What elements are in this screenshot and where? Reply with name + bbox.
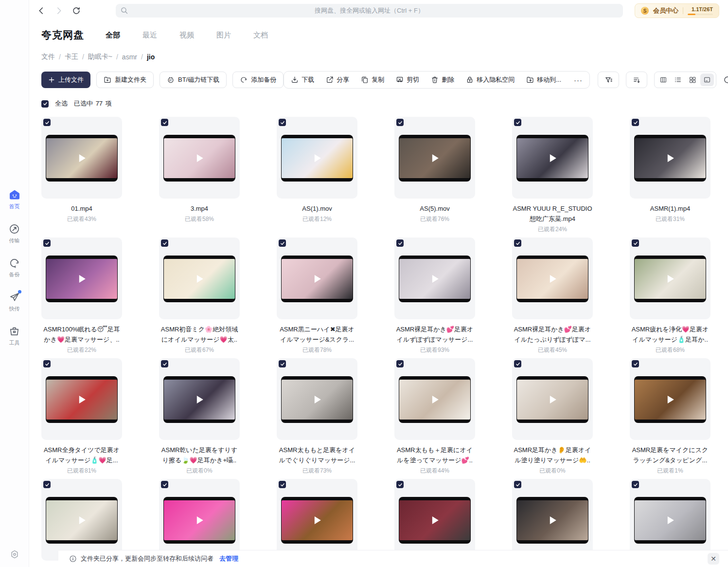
file-checkbox[interactable] [279, 360, 286, 367]
select-all-checkbox[interactable] [41, 100, 49, 108]
file-thumbnail-area[interactable] [394, 117, 475, 199]
more-actions-button[interactable]: ··· [573, 76, 583, 84]
play-icon[interactable] [315, 396, 321, 403]
file-card[interactable]: ASMR足耳かき👂足裏オイル塗り塗りマッサージ🤲.. 已观看0% [512, 358, 593, 471]
file-checkbox[interactable] [514, 481, 521, 488]
file-checkbox[interactable] [43, 481, 51, 488]
view-columns-button[interactable] [657, 73, 670, 86]
settings-gear-icon[interactable] [0, 549, 29, 559]
sidebar-item-quick-send[interactable]: 快传 [9, 291, 20, 312]
file-thumbnail-area[interactable] [41, 117, 122, 199]
file-checkbox[interactable] [161, 360, 168, 367]
file-card[interactable]: 01.mp4 已观看43% [41, 117, 122, 230]
file-card[interactable]: 3.mp4 已观看58% [159, 117, 240, 230]
play-icon[interactable] [432, 396, 439, 403]
file-checkbox[interactable] [396, 481, 404, 488]
file-name[interactable]: 3.mp4 [159, 203, 240, 214]
file-checkbox[interactable] [632, 360, 639, 367]
file-thumbnail-area[interactable] [512, 358, 593, 440]
file-card[interactable]: ASMR乾いた足裏をすりすり擦る🍃💗足耳かき+囁.. 已观看0% [159, 358, 240, 471]
breadcrumb-item-current[interactable]: jio [147, 53, 155, 61]
file-thumbnail-area[interactable] [630, 117, 710, 199]
file-name[interactable]: AS(5).mov [394, 203, 475, 214]
file-thumbnail-area[interactable] [159, 479, 240, 561]
new-folder-button[interactable]: 新建文件夹 [96, 72, 154, 88]
file-name[interactable]: ASMR足裏をマイクにスクラッチング&タッピング... [630, 445, 710, 465]
play-icon[interactable] [79, 396, 86, 403]
back-icon[interactable] [36, 5, 47, 16]
file-checkbox[interactable] [279, 481, 286, 488]
file-thumbnail-area[interactable] [41, 479, 122, 561]
play-icon[interactable] [79, 516, 86, 524]
sidebar-item-backup[interactable]: 备份 [9, 257, 20, 278]
file-thumbnail-area[interactable] [41, 358, 122, 440]
bt-magnet-download-button[interactable]: BT BT/磁力链下载 [160, 72, 227, 88]
file-card[interactable]: ASMR黒ニーハイ✖足裏オイルマッサージ&スクラ... 已观看78% [277, 238, 357, 350]
play-icon[interactable] [197, 154, 203, 162]
file-card[interactable]: ASMR足裏をマイクにスクラッチング&タッピング... 已观看1% [630, 358, 710, 471]
play-icon[interactable] [550, 275, 556, 283]
file-name[interactable]: ASMR初音ミク🌸絶対領域にオイルマッサージ💗太.. [159, 324, 240, 345]
play-icon[interactable] [668, 154, 674, 162]
move-to-button[interactable]: 移动到... [526, 75, 561, 84]
view-list-button[interactable] [671, 73, 685, 86]
file-name[interactable]: ASMR黒ニーハイ✖足裏オイルマッサージ&スクラ... [277, 324, 357, 345]
file-checkbox[interactable] [514, 239, 521, 247]
file-thumbnail-area[interactable] [159, 238, 240, 319]
breadcrumb-item[interactable]: 卡王 [65, 53, 78, 61]
file-thumbnail-area[interactable] [159, 358, 240, 440]
file-name[interactable]: ASMR裸足耳かき💕足裏オイルたっぷりずぽずぽマ... [512, 324, 593, 345]
file-card[interactable]: ASMR疲れを浄化💗足裏オイルマッサージ🧴足耳か.. 已观看68% [630, 238, 710, 350]
file-card[interactable]: ASMR太もも＋足裏にオイルを塗ってマッサージ💕.. 已观看44% [394, 358, 475, 471]
play-icon[interactable] [79, 154, 86, 162]
play-icon[interactable] [197, 275, 203, 283]
file-checkbox[interactable] [43, 360, 51, 367]
file-card[interactable]: ASMR太ももと足裏をオイルでぐりぐりマッサージ... 已观看73% [277, 358, 357, 471]
file-name[interactable]: ASMR太ももと足裏をオイルでぐりぐりマッサージ... [277, 445, 357, 465]
file-card[interactable]: ASMR初音ミク🌸絶対領域にオイルマッサージ💗太.. 已观看67% [159, 238, 240, 350]
play-icon[interactable] [432, 275, 439, 283]
play-icon[interactable] [550, 396, 556, 403]
file-thumbnail-area[interactable] [41, 238, 122, 319]
file-name[interactable]: AS(1).mov [277, 203, 357, 214]
file-thumbnail-area[interactable] [277, 117, 357, 199]
file-card[interactable]: ASMR裸足耳かき💕足裏オイルずぽずぽマッサージ... 已观看93% [394, 238, 475, 350]
manage-share-link[interactable]: 去管理 [219, 554, 238, 563]
file-checkbox[interactable] [396, 239, 404, 247]
download-button[interactable]: 下载 [291, 75, 314, 84]
play-icon[interactable] [550, 154, 556, 162]
play-icon[interactable] [79, 275, 86, 283]
file-thumbnail-area[interactable] [630, 479, 710, 561]
file-checkbox[interactable] [514, 360, 521, 367]
share-button[interactable]: 分享 [326, 75, 349, 84]
file-checkbox[interactable] [161, 119, 168, 126]
file-checkbox[interactable] [161, 481, 168, 488]
file-thumbnail-area[interactable] [630, 238, 710, 319]
file-name[interactable]: ASMR足耳かき👂足裏オイル塗り塗りマッサージ🤲.. [512, 445, 593, 465]
close-notification-icon[interactable]: ✕ [708, 553, 719, 565]
file-checkbox[interactable] [161, 239, 168, 247]
file-checkbox[interactable] [43, 239, 51, 247]
copy-button[interactable]: 复制 [361, 75, 384, 84]
view-card-button[interactable] [700, 73, 714, 86]
delete-button[interactable]: 删除 [431, 75, 454, 84]
play-icon[interactable] [668, 516, 674, 524]
file-checkbox[interactable] [279, 119, 286, 126]
play-icon[interactable] [432, 516, 439, 524]
play-icon[interactable] [668, 275, 674, 283]
play-icon[interactable] [668, 396, 674, 403]
select-all-label[interactable]: 全选 [55, 99, 68, 108]
file-name[interactable]: ASMR全身タイツで足裏オイルマッサージ🧴💗足... [41, 445, 122, 465]
add-backup-button[interactable]: 添加备份 [232, 72, 284, 88]
file-card[interactable]: ASMR全身タイツで足裏オイルマッサージ🧴💗足... 已观看81% [41, 358, 122, 471]
file-checkbox[interactable] [396, 360, 404, 367]
filter-button[interactable] [598, 72, 619, 88]
sidebar-item-transfer[interactable]: 传输 [9, 223, 20, 244]
file-checkbox[interactable] [396, 119, 404, 126]
file-checkbox[interactable] [514, 119, 521, 126]
storage-indicator[interactable]: 1.1T/26T [688, 6, 713, 15]
file-name[interactable]: ASMR乾いた足裏をすりすり擦る🍃💗足耳かき+囁.. [159, 445, 240, 465]
play-icon[interactable] [197, 516, 203, 524]
member-center-button[interactable]: S 会员中心 1.1T/26T [635, 3, 719, 18]
sidebar-item-tools[interactable]: 工具 [9, 325, 20, 347]
